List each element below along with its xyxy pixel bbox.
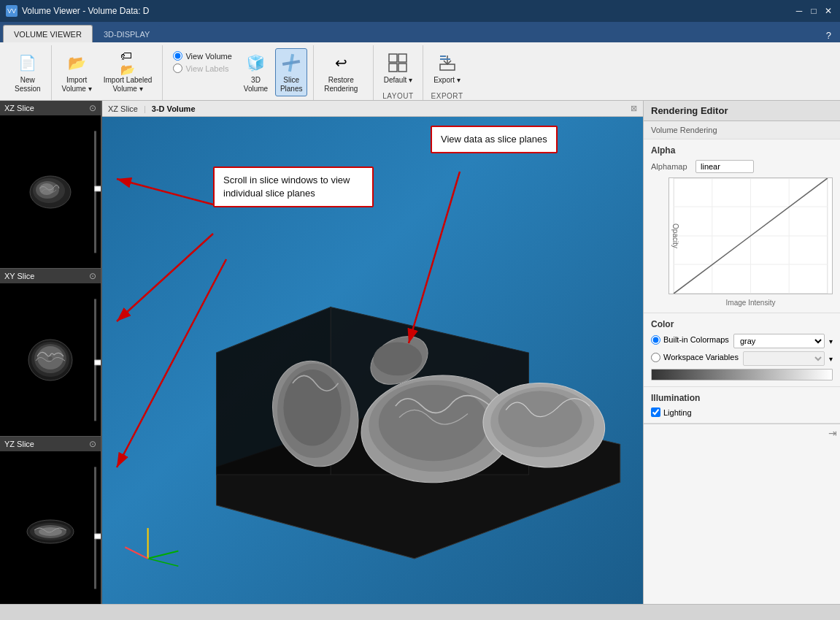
alphamap-label: Alphamap xyxy=(651,162,691,171)
new-session-button[interactable]: 📄 NewSession xyxy=(10,48,45,96)
default-layout-button[interactable]: Default ▾ xyxy=(379,48,417,88)
yz-slice-collapse-icon[interactable]: ⊙ xyxy=(89,439,96,449)
xy-slice-slider[interactable] xyxy=(92,299,98,421)
maximize-button[interactable]: □ xyxy=(808,5,820,17)
svg-point-20 xyxy=(48,356,53,361)
svg-point-34 xyxy=(277,364,350,458)
workspace-variables-label: Workspace Variables xyxy=(663,353,739,361)
svg-marker-30 xyxy=(217,399,620,559)
import-volume-button[interactable]: 📂 ImportVolume ▾ xyxy=(58,48,96,96)
xz-slice-slider[interactable] xyxy=(92,131,98,253)
restore-rendering-label: RestoreRendering xyxy=(324,76,358,93)
opacity-graph-container: Opacity Image Intensity xyxy=(651,177,833,307)
svg-rect-8 xyxy=(440,56,446,57)
main-area: XZ Slice ⊙ xyxy=(0,101,840,604)
workspace-variables-radio-row[interactable]: Workspace Variables xyxy=(651,353,739,362)
yz-slice-image xyxy=(21,502,80,554)
alphamap-row: Alphamap xyxy=(651,160,833,173)
svg-rect-2 xyxy=(389,54,397,62)
xz-slice-content[interactable] xyxy=(0,115,101,268)
builtin-colormap-radio-row[interactable]: Built-in Colormaps xyxy=(651,335,729,345)
ribbon-section-file: 📄 NewSession FILE xyxy=(4,45,52,100)
help-button[interactable]: ? xyxy=(820,28,837,42)
view-labels-radio-row[interactable]: View Labels xyxy=(173,64,231,73)
alphamap-input[interactable] xyxy=(695,160,754,173)
import-labeled-volume-button[interactable]: 🏷📂 Import LabeledVolume ▾ xyxy=(99,48,157,96)
view-volume-radio-row[interactable]: View Volume xyxy=(173,51,231,61)
workspace-variables-dropdown-icon[interactable]: ▾ xyxy=(829,355,833,363)
scroll-annotation-box: Scroll in slice windows to view individu… xyxy=(213,167,374,207)
3d-volume-view-tab[interactable]: 3-D Volume xyxy=(152,104,196,113)
svg-point-39 xyxy=(479,378,608,472)
svg-line-27 xyxy=(148,559,179,566)
xy-slice-collapse-icon[interactable]: ⊙ xyxy=(89,271,96,281)
opacity-graph-svg xyxy=(669,178,832,294)
xz-slice-collapse-icon[interactable]: ⊙ xyxy=(89,103,96,113)
builtin-colormap-select[interactable]: gray hot jet xyxy=(733,334,825,348)
view-labels-radio[interactable] xyxy=(173,64,182,73)
visualize-radio-group: View Volume View Labels xyxy=(169,48,236,76)
slice-planes-button[interactable]: SlicePlanes xyxy=(275,48,307,96)
tab-3d-display[interactable]: 3D-DISPLAY xyxy=(93,25,161,42)
view-data-annotation-text: View data as slice planes xyxy=(441,134,547,145)
right-panel: Rendering Editor Volume Rendering Alpha … xyxy=(643,101,840,604)
svg-line-47 xyxy=(117,259,226,467)
xy-slice-content[interactable] xyxy=(0,283,101,436)
svg-line-46 xyxy=(117,234,213,321)
titlebar-controls[interactable]: ─ □ ✕ xyxy=(793,5,834,17)
yz-slice-header: YZ Slice ⊙ xyxy=(0,437,101,451)
xz-slider-thumb[interactable] xyxy=(94,185,101,191)
color-section: Color Built-in Colormaps gray hot jet ▾ … xyxy=(644,313,840,387)
svg-line-45 xyxy=(117,179,213,204)
ribbon: 📄 NewSession FILE 📂 ImportVolume ▾ 🏷📂 Im… xyxy=(0,42,840,101)
svg-point-33 xyxy=(261,351,370,476)
yz-slice-slider[interactable] xyxy=(92,467,98,589)
svg-line-48 xyxy=(409,172,460,343)
yz-slice-panel: YZ Slice ⊙ xyxy=(0,437,101,604)
tab-volume-viewer[interactable]: VOLUME VIEWER xyxy=(3,25,93,42)
3d-viewport[interactable]: Scroll in slice windows to view individu… xyxy=(102,117,643,604)
3d-volume-button[interactable]: 🧊 3DVolume xyxy=(239,48,272,96)
xz-slice-label: XZ Slice xyxy=(4,104,34,112)
svg-rect-3 xyxy=(398,54,406,62)
titlebar: VV Volume Viewer - Volume Data: D ─ □ ✕ xyxy=(0,0,840,22)
window-title: Volume Viewer - Volume Data: D xyxy=(22,6,150,16)
yz-slice-label: YZ Slice xyxy=(4,440,34,448)
illumination-title: Illumination xyxy=(651,393,833,403)
ribbon-section-export: Export ▾ EXPORT xyxy=(423,45,471,100)
lighting-checkbox-row[interactable]: Lighting xyxy=(651,407,833,417)
yz-slice-content[interactable] xyxy=(0,451,101,604)
right-panel-expand-icon[interactable]: ⇥ xyxy=(828,427,837,439)
builtin-colormap-radio[interactable] xyxy=(651,335,660,345)
workspace-variables-row: Workspace Variables ▾ xyxy=(651,351,833,366)
xz-slice-panel: XZ Slice ⊙ xyxy=(0,101,101,269)
builtin-colormap-dropdown-icon[interactable]: ▾ xyxy=(829,337,833,345)
ribbon-section-visualize: View Volume View Labels 🧊 3DVolume xyxy=(163,45,314,100)
lighting-label: Lighting xyxy=(663,408,692,417)
view-collapse-icon[interactable]: ⊠ xyxy=(631,104,637,113)
close-button[interactable]: ✕ xyxy=(822,5,834,17)
svg-point-42 xyxy=(362,326,436,394)
yz-slider-thumb[interactable] xyxy=(94,534,101,540)
svg-marker-32 xyxy=(217,307,331,475)
xy-slider-thumb[interactable] xyxy=(94,360,101,366)
center-panel: XZ Slice | 3-D Volume ⊠ xyxy=(102,101,643,604)
svg-point-37 xyxy=(369,380,503,472)
tabbar: VOLUME VIEWER 3D-DISPLAY ? xyxy=(0,22,840,42)
view-volume-radio[interactable] xyxy=(173,51,182,61)
workspace-variables-radio[interactable] xyxy=(651,353,660,362)
svg-rect-4 xyxy=(389,64,397,72)
color-gradient-bar xyxy=(651,369,833,380)
restore-rendering-button[interactable]: ↩ RestoreRendering xyxy=(320,48,362,96)
opacity-y-label: Opacity xyxy=(671,223,679,248)
import-volume-icon: 📂 xyxy=(65,51,88,74)
workspace-variables-select[interactable] xyxy=(743,351,825,366)
builtin-colormap-row: Built-in Colormaps gray hot jet ▾ xyxy=(651,334,833,348)
visualize-buttons: View Volume View Labels 🧊 3DVolume xyxy=(169,45,307,99)
lighting-checkbox[interactable] xyxy=(651,407,660,417)
color-title: Color xyxy=(651,319,833,329)
xz-slice-view-tab[interactable]: XZ Slice xyxy=(108,104,138,113)
export-icon xyxy=(436,51,459,74)
export-button[interactable]: Export ▾ xyxy=(429,48,465,88)
minimize-button[interactable]: ─ xyxy=(793,5,805,17)
